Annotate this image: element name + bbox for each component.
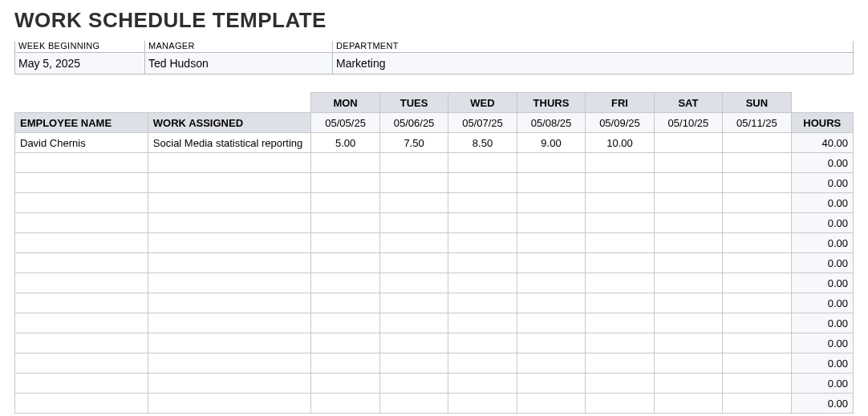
hours-cell[interactable] <box>517 233 585 253</box>
hours-cell[interactable] <box>311 394 379 414</box>
hours-cell[interactable] <box>517 173 585 193</box>
hours-cell[interactable] <box>586 394 654 414</box>
work-cell[interactable] <box>148 173 311 193</box>
hours-cell[interactable] <box>311 153 379 173</box>
hours-cell[interactable] <box>654 374 722 394</box>
hours-cell[interactable] <box>311 374 379 394</box>
hours-cell[interactable] <box>379 333 448 353</box>
week-beginning-value[interactable]: May 5, 2025 <box>14 53 144 75</box>
work-cell[interactable]: Social Media statistical reporting <box>148 133 311 153</box>
hours-cell[interactable] <box>586 293 654 313</box>
employee-cell[interactable] <box>15 353 148 374</box>
employee-cell[interactable]: David Chernis <box>15 133 148 153</box>
hours-cell[interactable] <box>379 273 448 293</box>
work-cell[interactable] <box>148 233 311 253</box>
employee-cell[interactable] <box>15 333 148 353</box>
hours-cell[interactable] <box>654 333 722 353</box>
work-cell[interactable] <box>148 293 311 313</box>
hours-cell[interactable] <box>311 293 379 313</box>
hours-cell[interactable] <box>723 333 791 353</box>
hours-cell[interactable] <box>586 173 654 193</box>
hours-cell[interactable] <box>654 273 722 293</box>
hours-cell[interactable] <box>586 253 654 273</box>
work-cell[interactable] <box>148 273 311 293</box>
hours-cell[interactable] <box>448 333 517 353</box>
hours-cell[interactable] <box>311 233 379 253</box>
hours-cell[interactable] <box>517 253 585 273</box>
hours-cell[interactable] <box>311 253 379 273</box>
hours-cell[interactable] <box>517 353 585 374</box>
hours-cell[interactable] <box>448 253 517 273</box>
hours-cell[interactable] <box>311 193 379 213</box>
hours-cell[interactable] <box>517 333 585 353</box>
hours-cell[interactable] <box>517 394 585 414</box>
hours-cell[interactable] <box>723 353 791 374</box>
hours-cell[interactable] <box>517 213 585 233</box>
hours-cell[interactable] <box>379 293 448 313</box>
hours-cell[interactable] <box>448 273 517 293</box>
work-cell[interactable] <box>148 193 311 213</box>
employee-cell[interactable] <box>15 253 148 273</box>
hours-cell[interactable] <box>654 133 722 153</box>
hours-cell[interactable] <box>311 313 379 333</box>
employee-cell[interactable] <box>15 213 148 233</box>
hours-cell[interactable] <box>448 313 517 333</box>
hours-cell[interactable] <box>379 233 448 253</box>
hours-cell[interactable] <box>586 313 654 333</box>
employee-cell[interactable] <box>15 233 148 253</box>
hours-cell[interactable] <box>586 273 654 293</box>
hours-cell[interactable] <box>723 213 791 233</box>
employee-cell[interactable] <box>15 173 148 193</box>
hours-cell[interactable] <box>379 394 448 414</box>
hours-cell[interactable] <box>654 193 722 213</box>
hours-cell[interactable] <box>379 313 448 333</box>
department-value[interactable]: Marketing <box>332 53 854 75</box>
manager-value[interactable]: Ted Hudson <box>144 53 332 75</box>
hours-cell[interactable] <box>517 293 585 313</box>
hours-cell[interactable] <box>586 153 654 173</box>
hours-cell[interactable]: 7.50 <box>379 133 448 153</box>
employee-cell[interactable] <box>15 193 148 213</box>
hours-cell[interactable] <box>723 193 791 213</box>
hours-cell[interactable] <box>311 213 379 233</box>
hours-cell[interactable] <box>517 313 585 333</box>
hours-cell[interactable] <box>654 293 722 313</box>
hours-cell[interactable] <box>448 193 517 213</box>
hours-cell[interactable] <box>448 293 517 313</box>
employee-cell[interactable] <box>15 394 148 414</box>
work-cell[interactable] <box>148 374 311 394</box>
hours-cell[interactable] <box>311 353 379 374</box>
hours-cell[interactable]: 10.00 <box>586 133 654 153</box>
employee-cell[interactable] <box>15 293 148 313</box>
hours-cell[interactable] <box>311 173 379 193</box>
hours-cell[interactable] <box>448 153 517 173</box>
hours-cell[interactable] <box>517 273 585 293</box>
hours-cell[interactable] <box>586 353 654 374</box>
employee-cell[interactable] <box>15 374 148 394</box>
hours-cell[interactable] <box>654 313 722 333</box>
employee-cell[interactable] <box>15 273 148 293</box>
hours-cell[interactable] <box>723 313 791 333</box>
hours-cell[interactable] <box>448 374 517 394</box>
hours-cell[interactable] <box>723 374 791 394</box>
work-cell[interactable] <box>148 313 311 333</box>
hours-cell[interactable] <box>654 394 722 414</box>
work-cell[interactable] <box>148 213 311 233</box>
hours-cell[interactable] <box>723 173 791 193</box>
hours-cell[interactable] <box>723 273 791 293</box>
hours-cell[interactable] <box>723 253 791 273</box>
hours-cell[interactable] <box>379 213 448 233</box>
hours-cell[interactable] <box>586 193 654 213</box>
hours-cell[interactable] <box>654 253 722 273</box>
hours-cell[interactable] <box>379 353 448 374</box>
hours-cell[interactable] <box>723 133 791 153</box>
hours-cell[interactable] <box>723 293 791 313</box>
work-cell[interactable] <box>148 333 311 353</box>
hours-cell[interactable] <box>586 213 654 233</box>
hours-cell[interactable] <box>448 353 517 374</box>
hours-cell[interactable] <box>723 233 791 253</box>
hours-cell[interactable] <box>448 213 517 233</box>
hours-cell[interactable] <box>517 153 585 173</box>
hours-cell[interactable]: 5.00 <box>311 133 379 153</box>
hours-cell[interactable] <box>311 273 379 293</box>
